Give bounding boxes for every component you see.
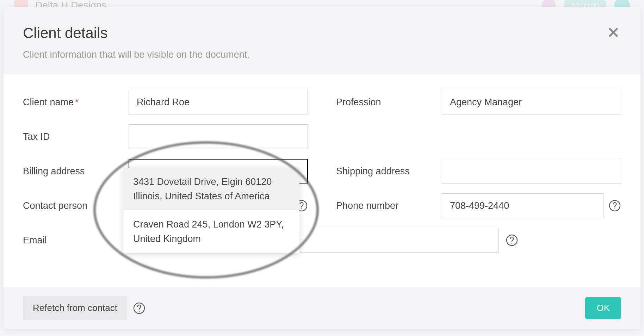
refetch-button[interactable]: Refetch from contact [23, 296, 127, 320]
modal-title: Client details [23, 25, 621, 42]
contact-person-label: Contact person [23, 200, 122, 211]
refetch-help-icon[interactable] [133, 302, 145, 315]
modal-footer: Refetch from contact OK [4, 287, 640, 329]
tax-id-label: Tax ID [23, 131, 122, 142]
client-name-input[interactable] [129, 90, 308, 114]
client-details-modal: Client details Client information that w… [4, 7, 640, 329]
tax-id-input[interactable] [129, 124, 308, 149]
empty-row-1 [336, 124, 621, 149]
required-mark: * [75, 97, 79, 107]
shipping-address-row: Shipping address [336, 159, 621, 183]
phone-number-label: Phone number [336, 200, 435, 211]
profession-row: Profession [336, 90, 621, 114]
address-autocomplete-dropdown: 3431 Dovetail Drive, Elgin 60120 Illinoi… [123, 168, 299, 253]
dropdown-option[interactable]: Craven Road 245, London W2 3PY, United K… [123, 210, 299, 253]
svg-point-6 [134, 303, 144, 313]
close-button[interactable] [606, 25, 621, 40]
dropdown-option[interactable]: 3431 Dovetail Drive, Elgin 60120 Illinoi… [123, 168, 299, 210]
shipping-address-label: Shipping address [336, 166, 435, 177]
email-help-icon[interactable] [506, 234, 518, 247]
phone-number-row: Phone number [336, 193, 621, 218]
svg-point-3 [614, 209, 615, 209]
shipping-address-input[interactable] [442, 159, 621, 183]
modal-body: Client name* Profession Tax ID Billing a… [4, 74, 640, 287]
email-label: Email [23, 235, 122, 246]
svg-point-1 [301, 209, 302, 209]
client-name-row: Client name* [23, 90, 308, 114]
phone-number-input[interactable] [442, 193, 603, 218]
svg-point-4 [507, 235, 517, 245]
phone-number-help-icon[interactable] [608, 199, 621, 212]
email-row: Email [23, 228, 621, 253]
profession-label: Profession [336, 97, 435, 108]
modal-subtitle: Client information that will be visible … [23, 49, 621, 60]
svg-point-5 [512, 243, 512, 244]
close-icon [606, 25, 620, 39]
svg-point-2 [609, 200, 620, 211]
ok-button[interactable]: OK [585, 297, 621, 319]
profession-input[interactable] [442, 90, 621, 114]
modal-header: Client details Client information that w… [4, 7, 640, 74]
svg-point-7 [139, 311, 140, 311]
client-name-label: Client name* [23, 97, 122, 108]
billing-address-label: Billing address [23, 166, 122, 177]
tax-id-row: Tax ID [23, 124, 308, 149]
